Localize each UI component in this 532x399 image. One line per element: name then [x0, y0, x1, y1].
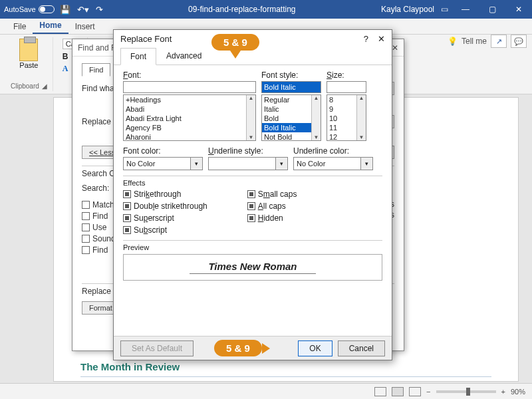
chevron-down-icon: ▾	[361, 157, 373, 170]
read-mode-icon[interactable]	[374, 387, 386, 396]
zoom-in-icon[interactable]: +	[501, 388, 505, 396]
size-listbox[interactable]: 8 9 10 11 12 ▲▼	[327, 94, 366, 141]
check-superscript[interactable]: Superscript	[123, 213, 207, 223]
callout-top: 5 & 9	[211, 34, 259, 51]
rf-help-icon[interactable]: ?	[364, 34, 368, 44]
preview-label: Preview	[123, 241, 382, 254]
tab-find[interactable]: Find	[82, 63, 110, 76]
clipboard-group: Paste Clipboard◢	[5, 37, 53, 91]
bold-icon[interactable]: B	[63, 52, 68, 61]
maximize-button[interactable]: ▢	[479, 0, 505, 19]
chevron-down-icon: ▾	[276, 157, 288, 170]
callout-bottom: 5 & 9	[214, 340, 262, 356]
dialog-launcher-icon[interactable]: ◢	[42, 82, 47, 90]
print-layout-icon[interactable]	[392, 387, 404, 396]
underline-color-combo[interactable]: No Color▾	[293, 157, 373, 170]
opt-find1[interactable]: Find	[92, 211, 108, 221]
check-double-strike[interactable]: Double strikethrough	[123, 201, 207, 211]
close-button[interactable]: ✕	[505, 0, 532, 19]
list-item[interactable]: Agency FB	[124, 123, 255, 132]
set-default-button[interactable]: Set As Default	[120, 340, 194, 356]
underline-style-combo[interactable]: ▾	[208, 157, 288, 170]
preview-box: Times New Roman	[123, 254, 382, 281]
font-label: Font:	[123, 70, 256, 80]
check-hidden[interactable]: Hidden	[247, 213, 297, 223]
check-all-caps[interactable]: All caps	[247, 201, 297, 211]
chevron-down-icon: ▾	[191, 157, 203, 170]
callout-label: 5 & 9	[214, 340, 262, 356]
tab-advanced[interactable]: Advanced	[156, 47, 211, 65]
replace-font-dialog: Replace Font ?✕ Font Advanced Font: +Hea…	[113, 29, 392, 360]
replace-font-title: Replace Font	[120, 34, 172, 44]
status-bar: − + 90%	[0, 383, 532, 399]
zoom-slider[interactable]	[436, 390, 496, 393]
tell-me-icon[interactable]: 💡	[448, 37, 458, 46]
zoom-value[interactable]: 90%	[511, 388, 525, 396]
redo-icon[interactable]: ↷	[96, 5, 103, 15]
user-name: Kayla Claypool	[381, 5, 434, 14]
opt-sound[interactable]: Sound	[92, 234, 116, 243]
paste-icon[interactable]	[19, 39, 38, 61]
minimize-button[interactable]: —	[452, 0, 479, 19]
ok-button[interactable]: OK	[298, 340, 332, 356]
tell-me-label[interactable]: Tell me	[462, 37, 487, 46]
autosave-label: AutoSave	[4, 5, 36, 13]
font-color-label: Font color:	[123, 146, 203, 156]
fr-close-icon[interactable]: ✕	[392, 43, 398, 53]
style-input[interactable]	[261, 81, 321, 93]
opt-find2[interactable]: Find	[92, 245, 108, 255]
paste-label[interactable]: Paste	[19, 61, 38, 69]
rf-close-icon[interactable]: ✕	[378, 34, 385, 44]
list-item[interactable]: Abadi	[124, 104, 255, 114]
zoom-out-icon[interactable]: −	[426, 388, 430, 396]
font-color-combo[interactable]: No Color▾	[123, 157, 203, 170]
quick-access-toolbar: 💾 ↶▾ ↷	[60, 5, 103, 15]
comments-button[interactable]: 💬	[511, 35, 527, 48]
share-button[interactable]: ↗	[491, 35, 507, 48]
font-input[interactable]	[123, 81, 256, 93]
font-listbox[interactable]: +Headings Abadi Abadi Extra Light Agency…	[123, 94, 256, 141]
tab-font[interactable]: Font	[120, 48, 156, 65]
callout-label: 5 & 9	[211, 34, 259, 51]
rf-cancel-button[interactable]: Cancel	[338, 340, 385, 356]
undo-icon[interactable]: ↶▾	[77, 5, 89, 15]
list-item[interactable]: Abadi Extra Light	[124, 114, 255, 123]
scrollbar[interactable]: ▲▼	[356, 95, 366, 140]
clipboard-label: Clipboard	[11, 82, 39, 90]
tab-file[interactable]: File	[7, 19, 33, 34]
list-item[interactable]: Aharoni	[124, 132, 255, 141]
check-subscript[interactable]: Subscript	[123, 225, 207, 235]
tab-insert[interactable]: Insert	[68, 19, 102, 34]
titlebar: AutoSave 💾 ↶▾ ↷ 09-find-and-replace-form…	[0, 0, 532, 19]
check-strikethrough[interactable]: Strikethrough	[123, 190, 207, 199]
underline-style-label: Underline style:	[208, 146, 288, 156]
underline-color-label: Underline color:	[293, 146, 373, 156]
scrollbar[interactable]: ▲▼	[311, 95, 321, 140]
tab-home[interactable]: Home	[33, 18, 68, 34]
search-label: Search:	[82, 184, 109, 193]
effects-label: Effects	[123, 179, 382, 187]
style-label: Font style:	[261, 70, 321, 80]
ribbon-options-icon[interactable]: ▭	[441, 5, 448, 14]
web-layout-icon[interactable]	[409, 387, 421, 396]
document-title: 09-find-and-replace-formatting	[103, 5, 381, 14]
opt-use[interactable]: Use	[92, 223, 106, 232]
style-listbox[interactable]: Regular Italic Bold Bold Italic Not Bold…	[261, 94, 321, 141]
autosave-toggle[interactable]: AutoSave	[4, 5, 55, 13]
list-item[interactable]: +Headings	[124, 95, 255, 104]
check-small-caps[interactable]: Small caps	[247, 190, 297, 199]
size-label: Size:	[327, 70, 366, 80]
opt-match[interactable]: Match	[92, 200, 114, 209]
font-color-icon[interactable]: A	[63, 64, 68, 74]
size-input[interactable]	[327, 81, 366, 93]
preview-text: Times New Roman	[190, 261, 315, 274]
save-icon[interactable]: 💾	[60, 5, 70, 15]
scrollbar[interactable]: ▲▼	[246, 95, 255, 140]
toggle-icon	[39, 5, 55, 13]
